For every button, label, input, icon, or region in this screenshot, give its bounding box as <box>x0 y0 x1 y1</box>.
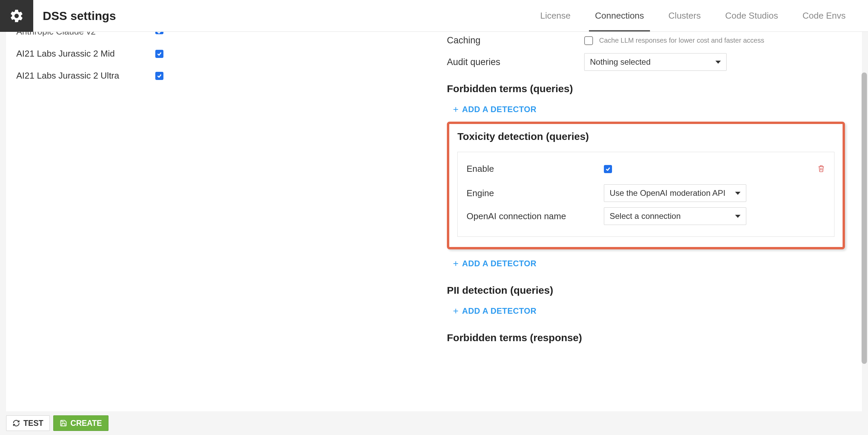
create-button-label: CREATE <box>71 419 102 428</box>
scrollbar-track[interactable] <box>861 32 868 412</box>
tab-license[interactable]: License <box>528 0 583 32</box>
plus-icon: + <box>453 306 459 316</box>
enable-row: Enable <box>467 164 825 174</box>
test-button[interactable]: TEST <box>6 415 50 431</box>
caching-checkbox[interactable] <box>584 36 593 45</box>
chevron-down-icon <box>735 215 741 218</box>
openai-conn-label: OpenAI connection name <box>467 211 604 222</box>
audit-row: Audit queries Nothing selected <box>447 53 845 71</box>
add-detector-pii[interactable]: + ADD A DETECTOR <box>453 306 536 316</box>
header-tabs: License Connections Clusters Code Studio… <box>528 0 868 32</box>
toxicity-detector-panel: Enable Engine Use the OpenAI moderation … <box>457 152 834 237</box>
model-checkbox[interactable] <box>155 50 163 58</box>
openai-conn-value: Select a connection <box>610 211 680 221</box>
footer: TEST CREATE <box>0 411 868 435</box>
delete-detector-button[interactable] <box>817 164 825 174</box>
tab-connections[interactable]: Connections <box>583 0 656 32</box>
settings-column: Caching Cache LLM responses for lower co… <box>447 32 862 412</box>
test-button-label: TEST <box>23 419 43 428</box>
create-button[interactable]: CREATE <box>53 415 108 431</box>
page-title: DSS settings <box>33 9 528 23</box>
trash-icon <box>817 164 825 173</box>
plus-icon: + <box>453 258 459 269</box>
openai-conn-select[interactable]: Select a connection <box>604 207 746 225</box>
toxicity-highlight-box: Toxicity detection (queries) Enable Engi… <box>447 122 845 249</box>
engine-select-value: Use the OpenAI moderation API <box>610 188 726 198</box>
model-row: Anthropic Claude v2 <box>16 32 437 47</box>
caching-helper: Cache LLM responses for lower cost and f… <box>593 37 764 44</box>
enable-label: Enable <box>467 164 604 174</box>
tab-code-envs[interactable]: Code Envs <box>790 0 858 32</box>
forbidden-queries-heading: Forbidden terms (queries) <box>447 83 845 95</box>
caching-label: Caching <box>447 35 584 46</box>
audit-select-value: Nothing selected <box>590 57 651 67</box>
tab-code-studios[interactable]: Code Studios <box>713 0 790 32</box>
audit-select[interactable]: Nothing selected <box>584 53 727 71</box>
openai-conn-row: OpenAI connection name Select a connecti… <box>467 207 825 225</box>
header: DSS settings License Connections Cluster… <box>0 0 868 32</box>
engine-label: Engine <box>467 188 604 199</box>
models-column: Anthropic Claude v2 AI21 Labs Jurassic 2… <box>6 32 447 412</box>
pii-heading: PII detection (queries) <box>447 285 845 296</box>
model-row: AI21 Labs Jurassic 2 Ultra <box>16 69 437 91</box>
chevron-down-icon <box>715 61 721 64</box>
model-checkbox[interactable] <box>155 72 163 80</box>
add-detector-label: ADD A DETECTOR <box>462 259 536 268</box>
forbidden-response-heading: Forbidden terms (response) <box>447 332 845 344</box>
add-detector-label: ADD A DETECTOR <box>462 105 536 114</box>
settings-icon-box[interactable] <box>0 0 33 32</box>
add-detector-toxicity[interactable]: + ADD A DETECTOR <box>453 258 536 269</box>
tab-clusters[interactable]: Clusters <box>656 0 713 32</box>
save-icon <box>60 419 67 427</box>
add-detector-label: ADD A DETECTOR <box>462 306 536 316</box>
main-content: Anthropic Claude v2 AI21 Labs Jurassic 2… <box>6 32 862 412</box>
gear-icon <box>9 8 24 23</box>
engine-select[interactable]: Use the OpenAI moderation API <box>604 184 746 202</box>
model-name: AI21 Labs Jurassic 2 Ultra <box>16 70 155 81</box>
refresh-icon <box>13 419 20 427</box>
add-detector-forbidden-queries[interactable]: + ADD A DETECTOR <box>453 104 536 115</box>
enable-checkbox[interactable] <box>604 165 612 173</box>
caching-row: Caching Cache LLM responses for lower co… <box>447 35 845 46</box>
engine-row: Engine Use the OpenAI moderation API <box>467 184 825 202</box>
model-name: AI21 Labs Jurassic 2 Mid <box>16 48 155 59</box>
model-row: AI21 Labs Jurassic 2 Mid <box>16 47 437 69</box>
audit-label: Audit queries <box>447 57 584 67</box>
scrollbar-thumb[interactable] <box>862 72 867 364</box>
model-checkbox[interactable] <box>155 32 163 34</box>
plus-icon: + <box>453 104 459 115</box>
model-name: Anthropic Claude v2 <box>16 32 155 37</box>
toxicity-heading: Toxicity detection (queries) <box>457 131 834 142</box>
chevron-down-icon <box>735 192 741 195</box>
